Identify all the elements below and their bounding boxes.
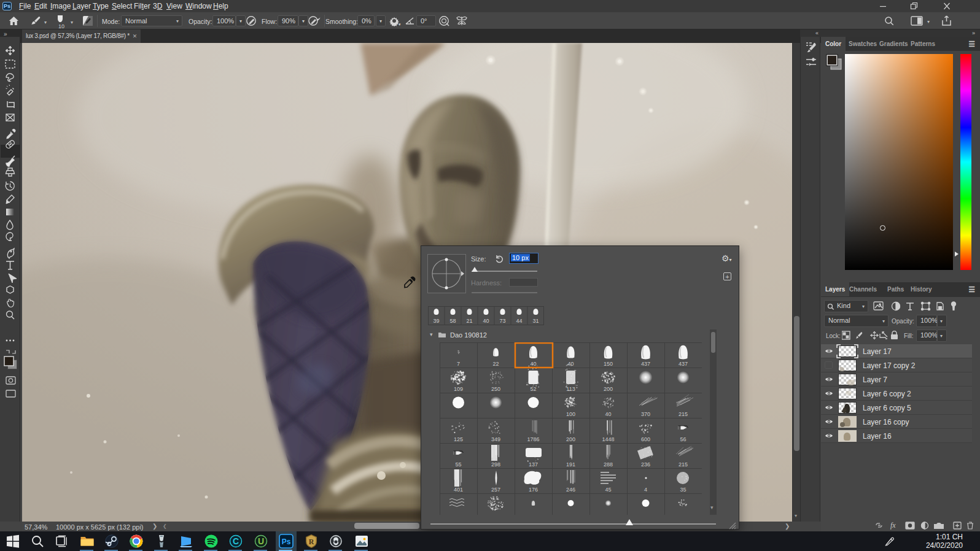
- svg-text:1448: 1448: [602, 436, 614, 442]
- svg-text:257: 257: [491, 487, 500, 493]
- svg-text:250: 250: [491, 386, 500, 392]
- svg-text:7: 7: [457, 361, 460, 367]
- svg-text:370: 370: [641, 411, 650, 417]
- svg-text:246: 246: [566, 487, 575, 493]
- svg-text:200: 200: [604, 386, 613, 392]
- svg-text:31: 31: [532, 318, 539, 324]
- svg-text:109: 109: [454, 386, 463, 392]
- svg-text:C: C: [233, 536, 239, 546]
- svg-text:150: 150: [604, 361, 613, 367]
- svg-text:73: 73: [499, 318, 505, 324]
- svg-text:401: 401: [454, 487, 463, 493]
- svg-text:600: 600: [641, 436, 650, 442]
- svg-text:52: 52: [530, 386, 536, 392]
- svg-text:40: 40: [605, 411, 611, 417]
- svg-text:437: 437: [641, 361, 650, 367]
- svg-text:137: 137: [529, 461, 538, 468]
- svg-text:45: 45: [605, 487, 611, 493]
- svg-text:200: 200: [566, 436, 575, 442]
- svg-text:Ps: Ps: [282, 538, 291, 546]
- svg-text:44: 44: [516, 318, 522, 324]
- svg-text:21: 21: [466, 318, 472, 324]
- svg-text:39: 39: [433, 318, 439, 324]
- svg-text:349: 349: [491, 436, 500, 442]
- svg-text:40: 40: [483, 318, 489, 324]
- svg-text:298: 298: [491, 461, 500, 468]
- svg-text:U: U: [258, 536, 264, 546]
- svg-text:125: 125: [454, 436, 463, 442]
- svg-text:40: 40: [530, 361, 536, 367]
- svg-text:113: 113: [566, 386, 575, 392]
- svg-text:288: 288: [604, 461, 613, 468]
- svg-text:40: 40: [567, 361, 574, 367]
- svg-text:4: 4: [644, 487, 647, 493]
- svg-text:176: 176: [529, 487, 538, 493]
- svg-text:215: 215: [679, 461, 688, 468]
- svg-text:437: 437: [679, 361, 688, 367]
- svg-text:55: 55: [455, 461, 461, 468]
- svg-text:1786: 1786: [527, 436, 539, 442]
- svg-text:fx: fx: [890, 521, 896, 530]
- svg-text:35: 35: [680, 487, 686, 493]
- svg-text:100: 100: [566, 411, 575, 417]
- svg-text:R: R: [309, 538, 314, 546]
- svg-text:22: 22: [492, 361, 499, 367]
- svg-text:56: 56: [680, 436, 686, 442]
- svg-text:215: 215: [679, 411, 688, 417]
- svg-text:236: 236: [641, 461, 650, 468]
- svg-text:191: 191: [566, 461, 575, 468]
- svg-text:58: 58: [449, 318, 456, 324]
